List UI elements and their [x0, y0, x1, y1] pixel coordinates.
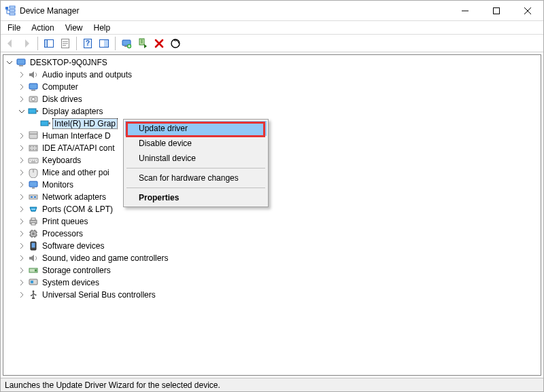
tree-node-intel-hd[interactable]: Intel(R) HD Grap [3, 118, 541, 130]
chevron-right-icon[interactable] [17, 241, 27, 251]
tree-node-storagecontrollers[interactable]: Storage controllers [3, 264, 541, 277]
chevron-right-icon[interactable] [17, 278, 27, 287]
update-driver-button[interactable] [119, 36, 134, 51]
tree-node-monitors[interactable]: Monitors [3, 179, 541, 191]
svg-rect-11 [104, 39, 109, 47]
close-button[interactable] [512, 1, 543, 20]
tree-node-printqueues[interactable]: Print queues [3, 215, 541, 228]
hidden-devices-button[interactable] [97, 36, 112, 51]
maximize-button[interactable] [481, 1, 512, 20]
chevron-right-icon[interactable] [17, 290, 27, 300]
tree-node-display[interactable]: Display adapters Intel(R) HD Grap [3, 105, 541, 130]
tree-node-label: IDE ATA/ATAPI cont [41, 143, 116, 153]
svg-point-38 [33, 209, 34, 210]
tree-node-label: Print queues [41, 217, 89, 226]
chevron-right-icon[interactable] [17, 217, 27, 226]
tree-node-hid[interactable]: Human Interface D [3, 130, 541, 142]
svg-rect-46 [32, 243, 35, 248]
computer-icon [28, 82, 39, 92]
scan-hardware-button[interactable] [168, 36, 183, 51]
tree-node-keyboards[interactable]: Keyboards [3, 154, 541, 166]
tree-node-usb[interactable]: Universal Serial Bus controllers [3, 289, 541, 301]
svg-rect-32 [29, 181, 37, 187]
context-menu-scan[interactable]: Scan for hardware changes [125, 171, 267, 185]
properties-button[interactable] [58, 36, 73, 51]
tree-node-network[interactable]: Network adapters [3, 191, 541, 203]
svg-rect-30 [29, 145, 37, 151]
chevron-right-icon[interactable] [17, 192, 27, 202]
minimize-button[interactable] [449, 1, 481, 20]
software-device-icon [28, 240, 39, 251]
chevron-right-icon[interactable] [17, 156, 27, 165]
chevron-down-icon[interactable] [5, 58, 14, 67]
chevron-right-icon[interactable] [17, 94, 27, 104]
chevron-right-icon[interactable] [17, 253, 27, 263]
tree-node-processors[interactable]: Processors [3, 228, 541, 240]
system-device-icon [28, 277, 39, 288]
tree-node-mice[interactable]: Mice and other poi [3, 166, 541, 179]
menu-action[interactable]: Action [26, 22, 59, 33]
hid-icon [28, 130, 39, 141]
context-menu-uninstall-device[interactable]: Uninstall device [125, 151, 267, 166]
show-hide-tree-button[interactable] [41, 36, 56, 51]
help-button[interactable]: ? [80, 36, 95, 51]
tree-node-audio[interactable]: Audio inputs and outputs [3, 69, 541, 81]
svg-rect-42 [31, 223, 35, 225]
uninstall-device-button[interactable] [152, 36, 167, 51]
tree-node-soundvideo[interactable]: Sound, video and game controllers [3, 252, 541, 264]
tree-root-label: DESKTOP-9Q0JNFS [29, 58, 109, 67]
svg-rect-6 [45, 39, 48, 47]
context-menu-properties[interactable]: Properties [125, 190, 267, 205]
menu-view-label: View [65, 23, 83, 33]
chevron-right-icon[interactable] [17, 143, 27, 153]
svg-rect-24 [29, 109, 36, 113]
tree-node-systemdevices[interactable]: System devices [3, 277, 541, 289]
tree-node-label: Sound, video and game controllers [41, 253, 169, 263]
tree-node-label: Universal Serial Bus controllers [41, 290, 157, 300]
title-bar: Device Manager [1, 1, 543, 21]
chevron-right-icon[interactable] [17, 82, 27, 92]
chevron-right-icon[interactable] [17, 70, 27, 79]
chevron-right-icon[interactable] [17, 229, 27, 238]
chevron-down-icon[interactable] [17, 107, 27, 116]
svg-point-23 [32, 98, 35, 101]
chevron-right-icon[interactable] [17, 131, 27, 141]
svg-rect-29 [29, 132, 37, 134]
toolbar-separator [76, 37, 77, 50]
enable-device-button[interactable] [135, 36, 150, 51]
tree-root[interactable]: DESKTOP-9Q0JNFS Audio inputs and outputs [3, 56, 541, 301]
tree-node-disk[interactable]: Disk drives [3, 93, 541, 105]
tree-node-label: Software devices [41, 241, 105, 251]
context-menu-disable-device[interactable]: Disable device [125, 136, 267, 151]
svg-rect-20 [29, 84, 37, 89]
device-tree[interactable]: DESKTOP-9Q0JNFS Audio inputs and outputs [3, 55, 541, 375]
app-icon [5, 5, 16, 16]
context-menu-separator [126, 188, 265, 188]
tree-node-ports[interactable]: Ports (COM & LPT) [3, 203, 541, 215]
chevron-right-icon[interactable] [17, 204, 27, 214]
menu-view[interactable]: View [60, 22, 88, 33]
status-text: Launches the Update Driver Wizard for th… [5, 380, 220, 390]
device-tree-panel: DESKTOP-9Q0JNFS Audio inputs and outputs [3, 54, 541, 376]
svg-rect-35 [31, 196, 33, 198]
chevron-right-icon[interactable] [17, 180, 27, 190]
context-menu-item-label: Uninstall device [139, 154, 196, 163]
chevron-right-icon[interactable] [17, 266, 27, 275]
svg-rect-48 [35, 270, 37, 272]
svg-rect-18 [17, 59, 25, 65]
menu-help[interactable]: Help [88, 22, 116, 33]
svg-rect-19 [19, 65, 23, 67]
tree-node-softwaredevices[interactable]: Software devices [3, 240, 541, 252]
tree-node-ide[interactable]: IDE ATA/ATAPI cont [3, 142, 541, 154]
tree-node-label: Display adapters [41, 107, 104, 116]
context-menu-update-driver[interactable]: Update driver [125, 121, 267, 136]
svg-rect-34 [29, 195, 37, 199]
computer-icon [16, 57, 27, 68]
tree-node-label: Disk drives [41, 94, 84, 104]
tree-node-computer[interactable]: Computer [3, 81, 541, 93]
menu-file[interactable]: File [2, 22, 26, 33]
svg-point-51 [33, 291, 35, 293]
context-menu-item-label: Update driver [139, 124, 188, 133]
svg-rect-25 [36, 110, 38, 112]
chevron-right-icon[interactable] [17, 168, 27, 177]
